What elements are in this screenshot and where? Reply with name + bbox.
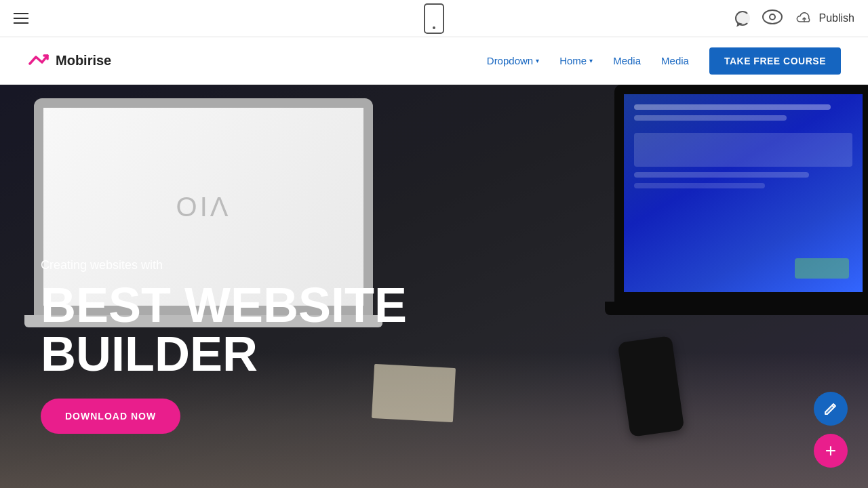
add-fab-button[interactable]: + (814, 434, 848, 468)
hero-title-line1: BEST WEBSITE (41, 278, 407, 332)
nav-link-dropdown[interactable]: Dropdown ▾ (487, 55, 539, 66)
screen-bar-3 (634, 172, 809, 178)
nav-link-dropdown-label: Dropdown (487, 55, 533, 66)
hero-content: Creating websites with BEST WEBSITE BUIL… (41, 258, 407, 434)
preview-button[interactable] (762, 9, 783, 27)
undo-button[interactable] (735, 11, 750, 26)
phone-on-desk (624, 339, 678, 434)
screen-bar-4 (634, 183, 765, 188)
edit-fab-button[interactable] (814, 392, 848, 426)
laptop-right-base (605, 302, 868, 315)
laptop-right (614, 85, 868, 315)
nav-link-media-1-label: Media (613, 55, 641, 66)
dropdown-chevron-icon: ▾ (536, 57, 539, 64)
nav-link-media-1[interactable]: Media (613, 55, 641, 66)
navbar-links: Dropdown ▾ Home ▾ Media Media TAKE FREE … (487, 47, 841, 75)
toolbar-right: Publish (735, 9, 854, 27)
hero-title-line2: BUILDER (41, 327, 258, 381)
fab-container: + (814, 392, 848, 468)
publish-button[interactable]: Publish (795, 12, 854, 24)
hero-section: OIΛ (0, 85, 868, 488)
nav-link-media-2[interactable]: Media (661, 55, 689, 66)
laptop-left-text: OIΛ (176, 192, 231, 222)
screen-block-1 (634, 133, 852, 167)
screen-bar-1 (634, 104, 831, 110)
navbar: Mobirise Dropdown ▾ Home ▾ Media Media T… (0, 37, 868, 85)
toolbar-left (14, 13, 28, 24)
hero-subtitle: Creating websites with (41, 258, 407, 272)
menu-icon[interactable] (14, 13, 28, 24)
brand-logo (27, 50, 49, 72)
brand-name: Mobirise (56, 53, 111, 68)
nav-link-home[interactable]: Home ▾ (559, 55, 593, 66)
screen-btn (795, 258, 849, 279)
download-button[interactable]: DOWNLOAD NOW (41, 399, 180, 434)
nav-link-media-2-label: Media (661, 55, 689, 66)
toolbar-center (424, 3, 444, 34)
publish-label: Publish (819, 12, 854, 24)
svg-point-0 (763, 10, 782, 24)
svg-point-1 (770, 14, 775, 20)
toolbar: Publish (0, 0, 868, 37)
hero-title: BEST WEBSITE BUILDER (41, 281, 407, 378)
home-chevron-icon: ▾ (589, 57, 593, 64)
screen-bar-2 (634, 115, 787, 121)
cta-button[interactable]: TAKE FREE COURSE (709, 47, 841, 75)
brand: Mobirise (27, 50, 111, 72)
mobile-preview-button[interactable] (424, 3, 444, 34)
nav-link-home-label: Home (559, 55, 587, 66)
